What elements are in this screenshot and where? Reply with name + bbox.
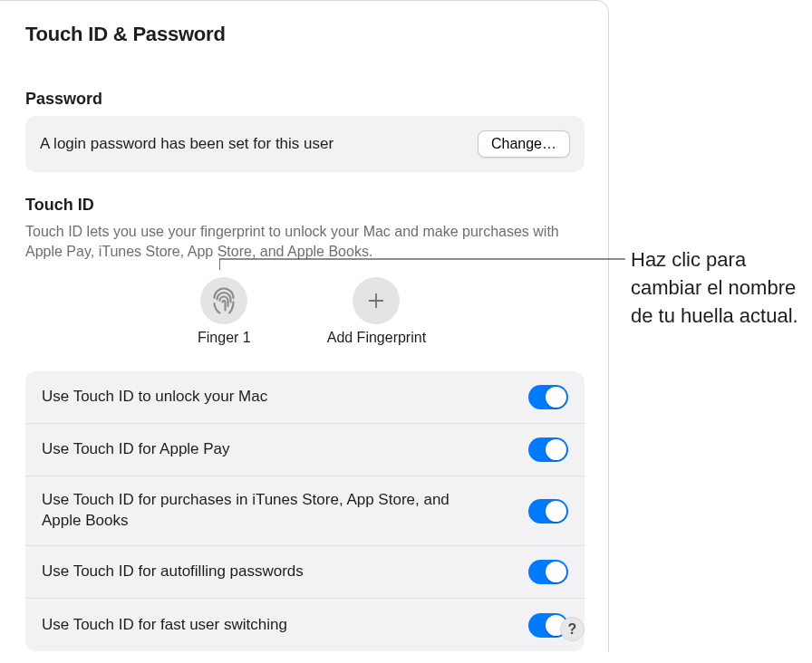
toggle-autofill[interactable] <box>528 560 568 584</box>
add-fingerprint-button[interactable]: Add Fingerprint <box>327 277 426 346</box>
settings-panel: Touch ID & Password Password A login pas… <box>0 0 609 652</box>
add-fingerprint-label: Add Fingerprint <box>327 330 426 346</box>
option-label: Use Touch ID for purchases in iTunes Sto… <box>42 490 468 532</box>
fingerprint-row: Finger 1 Add Fingerprint <box>25 277 585 346</box>
plus-icon <box>353 277 400 324</box>
option-label: Use Touch ID for autofilling passwords <box>42 562 304 582</box>
touchid-options-card: Use Touch ID to unlock your Mac Use Touc… <box>25 371 585 651</box>
touchid-description: Touch ID lets you use your fingerprint t… <box>25 222 585 261</box>
option-apple-pay: Use Touch ID for Apple Pay <box>25 424 585 476</box>
fingerprint-icon <box>200 277 247 324</box>
toggle-purchases[interactable] <box>528 499 568 524</box>
option-label: Use Touch ID to unlock your Mac <box>42 387 267 408</box>
change-password-button[interactable]: Change… <box>478 130 570 158</box>
password-status-text: A login password has been set for this u… <box>40 135 334 153</box>
password-heading: Password <box>25 90 585 109</box>
callout-text: Haz clic para cambiar el nombre de tu hu… <box>631 246 812 330</box>
option-label: Use Touch ID for fast user switching <box>42 615 287 636</box>
touchid-heading: Touch ID <box>25 196 585 215</box>
fingerprint-finger-1[interactable]: Finger 1 <box>198 277 251 346</box>
touchid-section: Touch ID Touch ID lets you use your fing… <box>25 196 585 651</box>
toggle-unlock-mac[interactable] <box>528 385 568 409</box>
password-card: A login password has been set for this u… <box>25 116 585 172</box>
option-unlock-mac: Use Touch ID to unlock your Mac <box>25 371 585 424</box>
option-autofill: Use Touch ID for autofilling passwords <box>25 546 585 599</box>
option-fast-user-switching: Use Touch ID for fast user switching <box>25 599 585 651</box>
help-button[interactable]: ? <box>560 617 585 641</box>
password-row: A login password has been set for this u… <box>25 116 585 172</box>
toggle-apple-pay[interactable] <box>528 437 568 462</box>
option-purchases: Use Touch ID for purchases in iTunes Sto… <box>25 476 585 546</box>
page-title: Touch ID & Password <box>25 23 585 46</box>
option-label: Use Touch ID for Apple Pay <box>42 439 230 460</box>
fingerprint-label: Finger 1 <box>198 330 251 346</box>
